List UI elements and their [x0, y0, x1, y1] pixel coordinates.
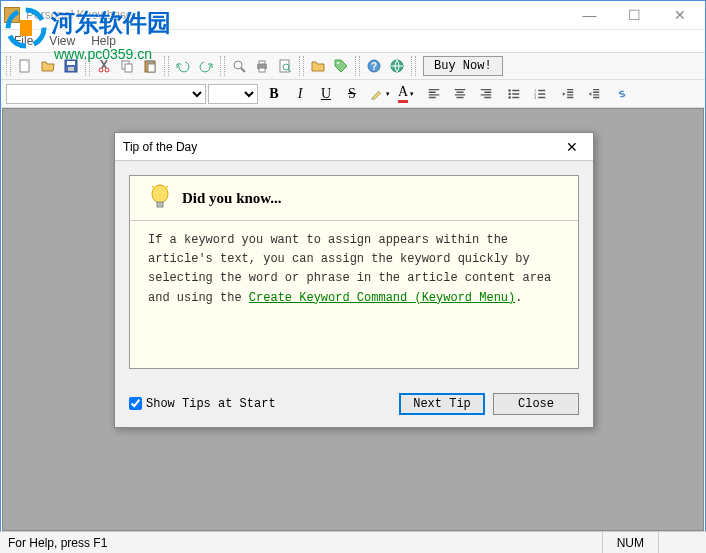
titlebar: Personal Knowbase — ☐ ✕	[0, 0, 706, 30]
save-icon[interactable]	[60, 55, 82, 77]
svg-point-13	[234, 61, 242, 69]
svg-point-25	[508, 96, 511, 99]
italic-button[interactable]: I	[288, 83, 312, 105]
number-list-button[interactable]: 123	[528, 83, 552, 105]
dialog-close-button[interactable]: ✕	[559, 136, 585, 158]
redo-icon[interactable]	[195, 55, 217, 77]
new-icon[interactable]	[14, 55, 36, 77]
show-tips-input[interactable]	[129, 397, 142, 410]
align-left-button[interactable]	[422, 83, 446, 105]
toolbar-grip	[164, 56, 169, 76]
minimize-button[interactable]: —	[567, 1, 612, 29]
window-title: Personal Knowbase	[26, 8, 567, 22]
font-color-button[interactable]: A▾	[394, 83, 418, 105]
tip-header: Did you know...	[182, 190, 282, 207]
find-icon[interactable]	[228, 55, 250, 77]
toolbar-grip	[411, 56, 416, 76]
font-size-select[interactable]	[208, 84, 258, 104]
svg-rect-12	[148, 64, 155, 72]
svg-rect-30	[157, 202, 163, 207]
app-icon	[4, 7, 20, 23]
toolbar-grip	[355, 56, 360, 76]
highlight-button[interactable]: ▾	[368, 83, 392, 105]
status-num: NUM	[602, 532, 658, 553]
indent-button[interactable]	[582, 83, 606, 105]
svg-point-7	[105, 68, 109, 72]
status-help: For Help, press F1	[8, 536, 602, 550]
cut-icon[interactable]	[93, 55, 115, 77]
maximize-button[interactable]: ☐	[612, 1, 657, 29]
svg-text:3: 3	[534, 95, 537, 100]
svg-point-23	[508, 89, 511, 92]
svg-rect-5	[68, 67, 74, 71]
paste-icon[interactable]	[139, 55, 161, 77]
main-toolbar: ? Buy Now!	[0, 52, 706, 80]
link-button[interactable]	[610, 83, 634, 105]
svg-text:?: ?	[371, 61, 377, 72]
svg-rect-15	[259, 61, 265, 64]
tip-dialog: Tip of the Day ✕ Did you know... If a ke…	[114, 132, 594, 428]
outdent-button[interactable]	[556, 83, 580, 105]
toolbar-grip	[220, 56, 225, 76]
tip-panel: Did you know... If a keyword you want to…	[129, 175, 579, 369]
buy-now-button[interactable]: Buy Now!	[423, 56, 503, 76]
menu-view[interactable]: View	[41, 32, 83, 50]
svg-point-29	[152, 185, 168, 203]
web-icon[interactable]	[386, 55, 408, 77]
bold-button[interactable]: B	[262, 83, 286, 105]
preview-icon[interactable]	[274, 55, 296, 77]
dialog-titlebar: Tip of the Day ✕	[115, 133, 593, 161]
toolbar-grip	[6, 56, 11, 76]
tip-link[interactable]: Create Keyword Command (Keyword Menu)	[249, 291, 515, 305]
close-button[interactable]: Close	[493, 393, 579, 415]
status-empty	[658, 532, 698, 553]
tag-icon[interactable]	[330, 55, 352, 77]
svg-rect-9	[125, 64, 132, 72]
toolbar-grip	[299, 56, 304, 76]
align-right-button[interactable]	[474, 83, 498, 105]
svg-point-24	[508, 92, 511, 95]
svg-rect-4	[67, 61, 75, 65]
print-icon[interactable]	[251, 55, 273, 77]
menu-file[interactable]: File	[6, 32, 41, 50]
next-tip-button[interactable]: Next Tip	[399, 393, 485, 415]
strike-button[interactable]: S	[340, 83, 364, 105]
svg-rect-17	[280, 60, 289, 72]
close-window-button[interactable]: ✕	[657, 1, 702, 29]
svg-rect-11	[147, 60, 153, 63]
bullet-list-button[interactable]	[502, 83, 526, 105]
statusbar: For Help, press F1 NUM	[0, 531, 706, 553]
open-icon[interactable]	[37, 55, 59, 77]
format-toolbar: B I U S ▾ A▾ 123	[0, 80, 706, 108]
copy-icon[interactable]	[116, 55, 138, 77]
svg-point-19	[337, 62, 339, 64]
svg-rect-16	[259, 68, 265, 72]
show-tips-checkbox[interactable]: Show Tips at Start	[129, 397, 276, 411]
tip-content: If a keyword you want to assign appears …	[130, 231, 578, 368]
font-family-select[interactable]	[6, 84, 206, 104]
svg-point-6	[99, 68, 103, 72]
toolbar-grip	[85, 56, 90, 76]
folder-icon[interactable]	[307, 55, 329, 77]
underline-button[interactable]: U	[314, 83, 338, 105]
help-icon[interactable]: ?	[363, 55, 385, 77]
dialog-title-text: Tip of the Day	[123, 140, 559, 154]
lightbulb-icon	[148, 184, 172, 212]
undo-icon[interactable]	[172, 55, 194, 77]
align-center-button[interactable]	[448, 83, 472, 105]
menu-help[interactable]: Help	[83, 32, 124, 50]
menubar: File View Help	[0, 30, 706, 52]
